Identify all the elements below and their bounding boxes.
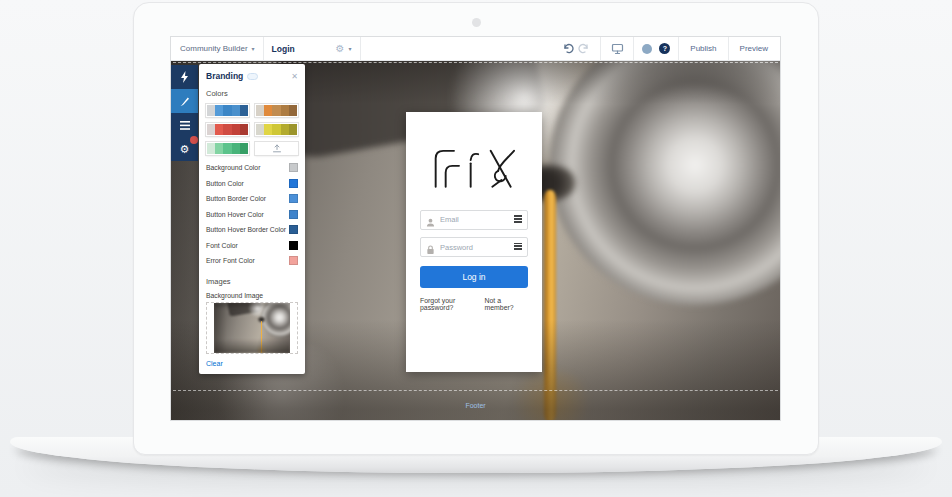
color-swatch[interactable] <box>289 225 298 234</box>
undo-icon[interactable] <box>560 41 576 57</box>
page-settings-gear-icon[interactable]: ⚙ <box>336 44 345 54</box>
redo-icon[interactable] <box>576 41 592 57</box>
builder-toolbar: Community Builder ▾ Login ⚙ ▾ <box>171 37 780 61</box>
palette-red[interactable] <box>206 123 249 136</box>
community-builder-window: Community Builder ▾ Login ⚙ ▾ <box>170 36 781 421</box>
help-icon[interactable]: ? <box>659 43 670 54</box>
toolbar-divider <box>360 37 361 61</box>
toolbar-divider <box>728 37 729 61</box>
color-swatch[interactable] <box>289 256 298 265</box>
branding-info-badge <box>247 73 258 80</box>
forgot-password-link[interactable]: Forgot your password? <box>420 297 485 311</box>
palette-green[interactable] <box>206 142 249 155</box>
gear-icon: ⚙ <box>180 144 190 155</box>
colors-section-header: Colors <box>206 89 298 98</box>
upload-icon <box>272 144 282 153</box>
laptop-camera <box>472 18 481 27</box>
background-image-label: Background Image <box>206 292 298 299</box>
color-setting-label: Font Color <box>206 242 238 249</box>
toolbar-divider <box>600 37 601 61</box>
palette-orange[interactable] <box>255 104 298 117</box>
color-setting-row: Button Hover Color <box>206 207 298 223</box>
email-input[interactable] <box>420 210 528 230</box>
upload-swatch-button[interactable] <box>255 142 298 155</box>
color-setting-label: Button Border Color <box>206 195 266 202</box>
chevron-down-icon[interactable]: ▾ <box>349 45 352 52</box>
color-settings-list: Background ColorButton ColorButton Borde… <box>206 160 298 269</box>
device-preview-icon[interactable] <box>609 41 625 57</box>
palette-grid <box>206 104 298 155</box>
publish-button[interactable]: Publish <box>687 44 719 53</box>
background-image-thumbnail <box>214 303 290 353</box>
color-setting-row: Button Hover Border Color <box>206 222 298 238</box>
settings-notification-badge <box>190 136 198 144</box>
color-setting-label: Button Hover Border Color <box>206 226 286 233</box>
rail-item-components[interactable] <box>171 65 198 89</box>
rail-item-branding[interactable] <box>171 89 198 113</box>
login-button[interactable]: Log in <box>420 266 528 288</box>
color-setting-row: Button Border Color <box>206 191 298 207</box>
not-member-link[interactable]: Not a member? <box>485 297 528 311</box>
color-setting-label: Button Color <box>206 180 244 187</box>
close-icon[interactable]: ✕ <box>291 72 298 81</box>
color-setting-row: Font Color <box>206 238 298 254</box>
color-setting-row: Button Color <box>206 176 298 192</box>
color-setting-label: Background Color <box>206 164 260 171</box>
lock-icon <box>426 241 435 259</box>
lightning-icon <box>180 71 189 83</box>
app-menu-label: Community Builder <box>180 44 248 53</box>
list-icon <box>180 121 190 130</box>
color-setting-label: Error Font Color <box>206 257 255 264</box>
color-swatch[interactable] <box>289 179 298 188</box>
clear-image-link[interactable]: Clear <box>206 360 223 367</box>
login-card: Log in Forgot your password? Not a membe… <box>406 112 542 372</box>
footer-drop-zone[interactable]: Footer <box>173 390 778 420</box>
color-setting-label: Button Hover Color <box>206 211 264 218</box>
builder-tool-rail: ⚙ <box>171 65 198 161</box>
background-image-dropzone[interactable] <box>206 302 298 354</box>
paintbrush-icon <box>179 96 190 107</box>
rail-item-settings[interactable]: ⚙ <box>171 137 198 161</box>
chevron-down-icon: ▾ <box>252 45 255 52</box>
page-canvas: Footer <box>171 61 780 420</box>
laptop-screen: Community Builder ▾ Login ⚙ ▾ <box>133 2 819 455</box>
color-setting-row: Background Color <box>206 160 298 176</box>
branding-panel-header: Branding ✕ <box>206 71 298 81</box>
preview-button[interactable]: Preview <box>737 44 771 53</box>
branding-panel-title: Branding <box>206 71 243 81</box>
globe-icon[interactable] <box>642 44 652 54</box>
rail-item-structure[interactable] <box>171 113 198 137</box>
color-swatch[interactable] <box>289 194 298 203</box>
password-field-wrap <box>420 236 528 258</box>
footer-zone-label: Footer <box>465 402 485 409</box>
color-setting-row: Error Font Color <box>206 253 298 269</box>
page: Community Builder ▾ Login ⚙ ▾ <box>0 0 952 497</box>
toolbar-right-group: ? Publish Preview <box>560 37 780 61</box>
toolbar-divider <box>263 37 264 61</box>
color-swatch[interactable] <box>289 163 298 172</box>
login-links-row: Forgot your password? Not a member? <box>420 297 528 311</box>
fix-logo <box>424 132 524 198</box>
password-input[interactable] <box>420 237 528 257</box>
color-swatch[interactable] <box>289 241 298 250</box>
current-page-label[interactable]: Login <box>272 44 336 54</box>
user-icon <box>426 213 435 231</box>
email-field-wrap <box>420 208 528 230</box>
app-menu-dropdown[interactable]: Community Builder ▾ <box>171 44 255 53</box>
palette-yellow[interactable] <box>255 123 298 136</box>
autofill-menu-icon[interactable] <box>514 215 522 223</box>
color-swatch[interactable] <box>289 210 298 219</box>
autofill-menu-icon[interactable] <box>514 243 522 251</box>
toolbar-divider <box>678 37 679 61</box>
palette-blue[interactable] <box>206 104 249 117</box>
images-section-header: Images <box>206 277 298 286</box>
branding-panel: Branding ✕ Colors Background <box>199 64 305 374</box>
toolbar-divider <box>633 37 634 61</box>
